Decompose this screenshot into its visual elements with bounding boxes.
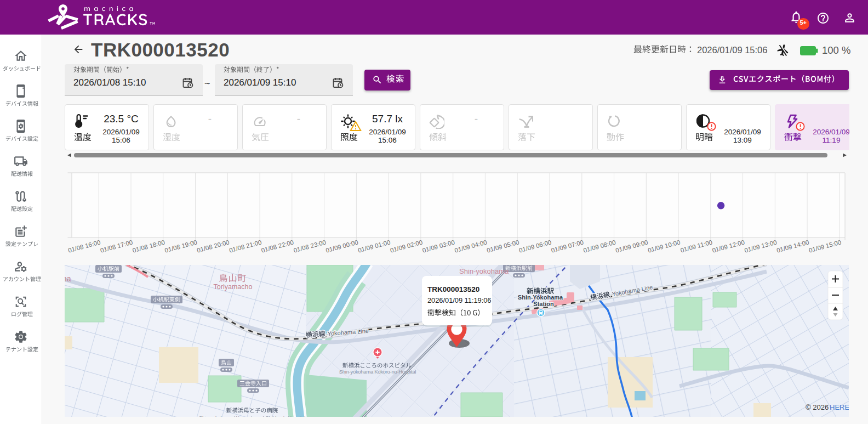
svg-text:01/08 19:00: 01/08 19:00 <box>164 239 198 253</box>
svg-text:01/09 02:00: 01/09 02:00 <box>390 239 424 253</box>
svg-text:Shin-yokohama: Shin-yokohama <box>459 267 509 275</box>
svg-text:01/09 13:00: 01/09 13:00 <box>744 239 778 253</box>
svg-text:Toriyamacho: Toriyamacho <box>214 283 253 291</box>
svg-text:01/09 11:00: 01/09 11:00 <box>679 239 713 253</box>
svg-text:01/09 14:00: 01/09 14:00 <box>776 239 810 253</box>
svg-text:01/09 08:00: 01/09 08:00 <box>583 239 616 253</box>
svg-text:01/08 20:00: 01/08 20:00 <box>196 239 230 253</box>
svg-text:TRK000013520: TRK000013520 <box>427 285 479 293</box>
svg-text:Station: Station <box>533 301 554 307</box>
svg-text:2026/01/09 11:19:06: 2026/01/09 11:19:06 <box>427 296 491 304</box>
svg-text:Shin-yokohama Kokoro-no-Hospit: Shin-yokohama Kokoro-no-Hospital <box>339 369 416 375</box>
svg-text:01/09 03:00: 01/09 03:00 <box>421 239 455 253</box>
svg-text:01/08 16:00: 01/08 16:00 <box>67 239 101 253</box>
svg-text:01/09 05:00: 01/09 05:00 <box>486 239 520 253</box>
svg-text:01/09 01:00: 01/09 01:00 <box>357 239 391 253</box>
svg-text:Shin-yokohama Women's and Chil: Shin-yokohama Women's and Children's Hos… <box>199 415 305 417</box>
svg-text:01/09 10:00: 01/09 10:00 <box>647 239 681 253</box>
svg-text:01/09 00:00: 01/09 00:00 <box>325 239 359 253</box>
svg-text:01/09 07:00: 01/09 07:00 <box>551 239 585 253</box>
svg-text:01/08 17:00: 01/08 17:00 <box>100 239 134 253</box>
svg-text:01/09 09:00: 01/09 09:00 <box>615 239 649 253</box>
svg-text:© 2026: © 2026 <box>806 403 829 411</box>
svg-text:HERE: HERE <box>830 403 849 411</box>
svg-text:01/09 04:00: 01/09 04:00 <box>454 239 488 253</box>
svg-text:01/09 12:00: 01/09 12:00 <box>711 239 745 253</box>
svg-text:01/08 21:00: 01/08 21:00 <box>229 239 262 253</box>
svg-text:01/08 23:00: 01/08 23:00 <box>293 239 327 253</box>
svg-text:01/09 06:00: 01/09 06:00 <box>518 239 552 253</box>
svg-text:Shin-Yokohama: Shin-Yokohama <box>518 294 563 301</box>
svg-text:ma: ma <box>65 274 71 283</box>
svg-text:01/09 15:00: 01/09 15:00 <box>808 239 842 253</box>
svg-text:01/08 18:00: 01/08 18:00 <box>132 239 165 253</box>
svg-text:01/08 22:00: 01/08 22:00 <box>261 239 295 253</box>
